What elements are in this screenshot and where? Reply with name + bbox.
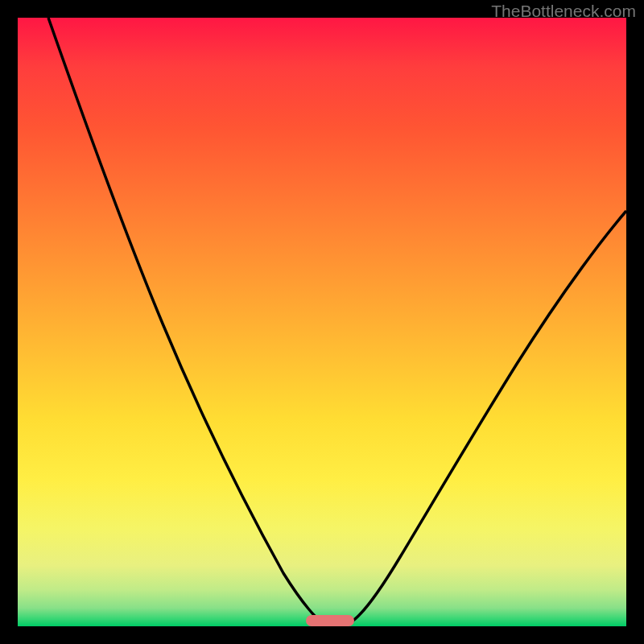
left-curve-path [48,18,324,623]
right-curve-path [349,211,626,623]
watermark-text: TheBottleneck.com [491,2,636,21]
plot-area [18,18,626,626]
minimum-marker [306,615,354,626]
chart-container: TheBottleneck.com [0,0,644,644]
bottleneck-curve [18,18,626,626]
